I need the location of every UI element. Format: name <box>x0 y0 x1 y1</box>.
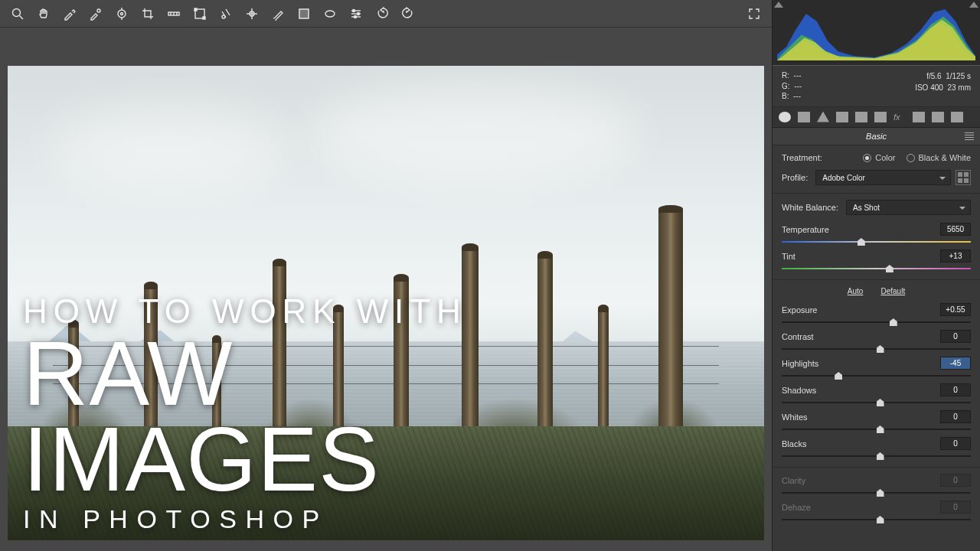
preferences-icon[interactable] <box>349 7 363 21</box>
clarity-slider[interactable] <box>782 488 971 497</box>
tab-lens-icon[interactable] <box>874 112 887 122</box>
highlights-value[interactable]: -45 <box>940 357 971 370</box>
title-overlay: HOW TO WORK WITH RAW IMAGES IN PHOTOSHOP <box>23 295 534 531</box>
rotate-ccw-icon[interactable] <box>375 7 389 21</box>
highlights-label: Highlights <box>782 359 818 368</box>
tab-basic-icon[interactable] <box>779 112 791 122</box>
exposure-slider[interactable] <box>782 318 971 327</box>
brush-icon[interactable] <box>271 7 285 21</box>
profile-browser-button[interactable] <box>956 170 971 185</box>
tab-fx-icon[interactable]: fx <box>893 112 906 122</box>
svg-rect-12 <box>194 8 197 11</box>
treatment-bw-radio[interactable]: Black & White <box>906 153 971 163</box>
svg-point-26 <box>354 15 357 18</box>
whites-slider[interactable] <box>782 425 971 434</box>
panel-tabs: fx <box>773 107 980 128</box>
highlights-slider[interactable] <box>782 371 971 380</box>
svg-point-24 <box>353 9 355 11</box>
treatment-color-radio[interactable]: Color <box>863 153 895 163</box>
default-link[interactable]: Default <box>880 287 905 295</box>
temperature-slider[interactable] <box>782 237 971 246</box>
tab-detail-icon[interactable] <box>817 112 829 122</box>
tint-label: Tint <box>782 252 795 261</box>
panel-header: Basic <box>773 128 980 145</box>
blacks-label: Blacks <box>782 439 806 448</box>
contrast-slider[interactable] <box>782 344 971 354</box>
radial-filter-icon[interactable] <box>323 7 337 21</box>
exif-readout: R: --- G: --- B: --- f/5.6 1/125 s ISO 4… <box>773 66 980 107</box>
blacks-value[interactable]: 0 <box>940 437 971 450</box>
exposure-label: Exposure <box>782 305 817 315</box>
wb-label: White Balance: <box>782 203 838 212</box>
exposure-value[interactable]: +0.55 <box>940 303 971 316</box>
zoom-icon[interactable] <box>11 7 24 21</box>
overlay-line2: RAW IMAGES <box>23 331 534 502</box>
clarity-label: Clarity <box>782 476 805 485</box>
rotate-cw-icon[interactable] <box>401 7 415 21</box>
svg-rect-18 <box>299 9 309 18</box>
temperature-value[interactable]: 5650 <box>940 223 971 236</box>
tint-value[interactable]: +13 <box>940 249 971 262</box>
whites-label: Whites <box>782 412 808 422</box>
image-preview[interactable]: HOW TO WORK WITH RAW IMAGES IN PHOTOSHOP <box>0 28 772 551</box>
dehaze-value[interactable]: 0 <box>940 500 971 514</box>
profile-dropdown[interactable]: Adobe Color <box>815 170 951 185</box>
svg-point-3 <box>118 10 126 18</box>
panel-menu-icon[interactable] <box>965 132 974 140</box>
svg-point-0 <box>13 8 21 16</box>
redeye-icon[interactable] <box>245 7 259 21</box>
svg-point-4 <box>121 12 123 15</box>
tab-calibration-icon[interactable] <box>913 112 925 122</box>
svg-point-14 <box>222 15 225 18</box>
svg-point-2 <box>97 9 100 12</box>
whites-value[interactable]: 0 <box>940 410 971 423</box>
shadows-slider[interactable] <box>782 398 971 407</box>
shadow-clip-icon[interactable] <box>774 2 783 8</box>
fullscreen-icon[interactable] <box>747 7 761 21</box>
hand-icon[interactable] <box>37 7 51 21</box>
straighten-icon[interactable] <box>167 7 181 21</box>
tab-hsl-icon[interactable] <box>836 112 848 122</box>
treatment-label: Treatment: <box>782 153 822 162</box>
temperature-label: Temperature <box>782 225 829 234</box>
grad-filter-icon[interactable] <box>297 7 311 21</box>
crop-icon[interactable] <box>141 7 155 21</box>
spot-heal-icon[interactable] <box>219 7 233 21</box>
auto-link[interactable]: Auto <box>848 287 864 295</box>
highlight-clip-icon[interactable] <box>969 2 978 8</box>
dehaze-slider[interactable] <box>782 515 971 524</box>
svg-point-25 <box>358 12 360 15</box>
shadows-value[interactable]: 0 <box>940 383 971 396</box>
clarity-value[interactable]: 0 <box>940 474 971 487</box>
shadows-label: Shadows <box>782 386 816 395</box>
tab-snapshots-icon[interactable] <box>951 112 963 122</box>
blacks-slider[interactable] <box>782 452 971 461</box>
tab-presets-icon[interactable] <box>932 112 944 122</box>
profile-label: Profile: <box>782 173 808 182</box>
tab-split-icon[interactable] <box>855 112 867 122</box>
tab-curve-icon[interactable] <box>798 112 810 122</box>
overlay-line3: IN PHOTOSHOP <box>23 507 534 531</box>
color-sampler-icon[interactable] <box>89 7 103 21</box>
svg-rect-13 <box>203 17 205 19</box>
histogram[interactable] <box>773 0 980 66</box>
contrast-label: Contrast <box>782 332 814 341</box>
svg-point-20 <box>325 11 335 17</box>
tint-slider[interactable] <box>782 264 971 273</box>
target-adjust-icon[interactable] <box>115 7 129 21</box>
dehaze-label: Dehaze <box>782 503 811 512</box>
svg-line-1 <box>20 15 24 19</box>
adjustments-panel: R: --- G: --- B: --- f/5.6 1/125 s ISO 4… <box>772 0 980 551</box>
wb-dropdown[interactable]: As Shot <box>846 200 971 215</box>
eyedropper-icon[interactable] <box>63 7 77 21</box>
transform-icon[interactable] <box>193 7 207 21</box>
camera-raw-toolbar <box>0 0 772 28</box>
contrast-value[interactable]: 0 <box>940 330 971 343</box>
